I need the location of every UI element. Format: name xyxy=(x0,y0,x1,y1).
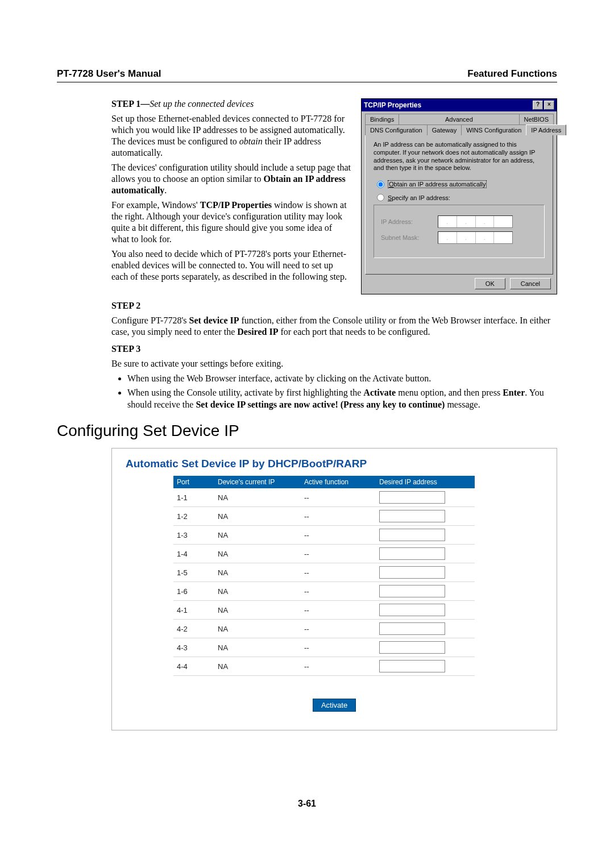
subnet-mask-field[interactable]: ... xyxy=(438,231,513,244)
cell-port: 1-5 xyxy=(173,563,214,582)
cell-active-function: -- xyxy=(301,526,376,545)
page-number: 3-61 xyxy=(57,799,557,809)
col-desired-ip: Desired IP address xyxy=(376,476,475,488)
cell-current-ip: NA xyxy=(214,507,301,526)
radio-obtain-auto[interactable]: Obtain an IP address automatically xyxy=(377,180,545,188)
step3-li1: When using the Web Browser interface, ac… xyxy=(127,373,557,385)
desired-ip-input[interactable] xyxy=(379,491,445,504)
cell-current-ip: NA xyxy=(214,601,301,620)
step3-li2: When using the Console utility, activate… xyxy=(127,387,557,411)
step3-intro: Be sure to activate your settings before… xyxy=(111,358,557,369)
step2-body: Configure PT-7728's Set device IP functi… xyxy=(111,315,557,338)
page-header: PT-7728 User's Manual Featured Functions xyxy=(57,68,557,82)
header-left: PT-7728 User's Manual xyxy=(57,68,161,80)
desired-ip-input[interactable] xyxy=(379,566,445,579)
table-row: 1-4NA-- xyxy=(173,545,475,563)
cell-desired-ip xyxy=(376,488,475,507)
tab-netbios[interactable]: NetBIOS xyxy=(519,114,554,124)
cell-active-function: -- xyxy=(301,507,376,526)
cell-desired-ip xyxy=(376,526,475,545)
section-title-configuring: Configuring Set Device IP xyxy=(57,422,557,440)
ip-address-field[interactable]: ... xyxy=(438,215,513,228)
cell-current-ip: NA xyxy=(214,657,301,676)
panel-title: Automatic Set Device IP by DHCP/BootP/RA… xyxy=(126,458,543,470)
cell-current-ip: NA xyxy=(214,582,301,601)
table-row: 4-3NA-- xyxy=(173,638,475,657)
cell-port: 4-2 xyxy=(173,620,214,638)
cell-desired-ip xyxy=(376,657,475,676)
desired-ip-input[interactable] xyxy=(379,604,445,616)
cell-active-function: -- xyxy=(301,582,376,601)
desired-ip-input[interactable] xyxy=(379,660,445,672)
cell-port: 4-3 xyxy=(173,638,214,657)
tab-gateway[interactable]: Gateway xyxy=(427,124,462,135)
header-right: Featured Functions xyxy=(467,68,557,80)
table-row: 4-1NA-- xyxy=(173,601,475,620)
ip-fields-group: IP Address: ... Subnet Mask: ... xyxy=(374,205,545,258)
tab-bindings[interactable]: Bindings xyxy=(365,114,399,124)
cell-port: 1-1 xyxy=(173,488,214,507)
step1-title-italic: Set up the connected devices xyxy=(150,99,254,109)
cell-port: 1-2 xyxy=(173,507,214,526)
cell-desired-ip xyxy=(376,601,475,620)
table-row: 1-5NA-- xyxy=(173,563,475,582)
cell-port: 4-4 xyxy=(173,657,214,676)
tab-panel-ip-address: An IP address can be automatically assig… xyxy=(365,135,553,275)
cell-desired-ip xyxy=(376,563,475,582)
ok-button[interactable]: OK xyxy=(475,278,505,289)
cell-desired-ip xyxy=(376,620,475,638)
tab-ip-address[interactable]: IP Address xyxy=(526,124,566,135)
cell-port: 1-4 xyxy=(173,545,214,563)
dialog-titlebar[interactable]: TCP/IP Properties ? × xyxy=(362,99,557,111)
tab-dns-configuration[interactable]: DNS Configuration xyxy=(365,124,428,135)
dialog-title: TCP/IP Properties xyxy=(364,101,421,109)
desired-ip-input[interactable] xyxy=(379,622,445,635)
cell-desired-ip xyxy=(376,545,475,563)
step1-prefix: STEP 1— xyxy=(111,99,150,109)
cancel-button[interactable]: Cancel xyxy=(510,278,551,289)
table-row: 1-3NA-- xyxy=(173,526,475,545)
radio-specify-input[interactable] xyxy=(377,194,384,201)
radio-specify[interactable]: Specify an IP address: xyxy=(377,194,545,201)
desired-ip-input[interactable] xyxy=(379,641,445,654)
table-row: 1-6NA-- xyxy=(173,582,475,601)
col-port: Port xyxy=(173,476,214,488)
cell-active-function: -- xyxy=(301,638,376,657)
step1-heading: STEP 1—Set up the connected devices xyxy=(111,98,351,110)
col-active-function: Active function xyxy=(301,476,376,488)
step1-p4: You also need to decide which of PT-7728… xyxy=(111,248,351,283)
table-row: 4-2NA-- xyxy=(173,620,475,638)
col-current-ip: Device's current IP xyxy=(214,476,301,488)
cell-active-function: -- xyxy=(301,545,376,563)
cell-active-function: -- xyxy=(301,620,376,638)
table-row: 4-4NA-- xyxy=(173,657,475,676)
table-row: 1-1NA-- xyxy=(173,488,475,507)
device-ip-table: Port Device's current IP Active function… xyxy=(173,476,475,676)
cell-active-function: -- xyxy=(301,563,376,582)
cell-current-ip: NA xyxy=(214,488,301,507)
step2-heading: STEP 2 xyxy=(111,300,557,312)
tab-wins-configuration[interactable]: WINS Configuration xyxy=(461,124,526,135)
cell-port: 4-1 xyxy=(173,601,214,620)
desired-ip-input[interactable] xyxy=(379,585,445,597)
tab-advanced[interactable]: Advanced xyxy=(399,114,519,124)
desired-ip-input[interactable] xyxy=(379,529,445,541)
cell-current-ip: NA xyxy=(214,638,301,657)
cell-current-ip: NA xyxy=(214,563,301,582)
cell-current-ip: NA xyxy=(214,620,301,638)
tcpip-properties-dialog: TCP/IP Properties ? × Bindings Advanced … xyxy=(361,98,557,294)
close-icon[interactable]: × xyxy=(544,101,554,110)
radio-obtain-input[interactable] xyxy=(377,181,384,188)
subnet-mask-label: Subnet Mask: xyxy=(381,234,432,241)
activate-button[interactable]: Activate xyxy=(313,699,356,712)
step1-p1: Set up those Ethernet-enabled devices co… xyxy=(111,113,351,159)
ip-address-label: IP Address: xyxy=(381,218,432,225)
cell-current-ip: NA xyxy=(214,545,301,563)
desired-ip-input[interactable] xyxy=(379,510,445,522)
help-icon[interactable]: ? xyxy=(533,101,543,110)
cell-active-function: -- xyxy=(301,657,376,676)
desired-ip-input[interactable] xyxy=(379,547,445,560)
table-row: 1-2NA-- xyxy=(173,507,475,526)
set-device-ip-panel: Automatic Set Device IP by DHCP/BootP/RA… xyxy=(111,448,557,730)
cell-desired-ip xyxy=(376,638,475,657)
